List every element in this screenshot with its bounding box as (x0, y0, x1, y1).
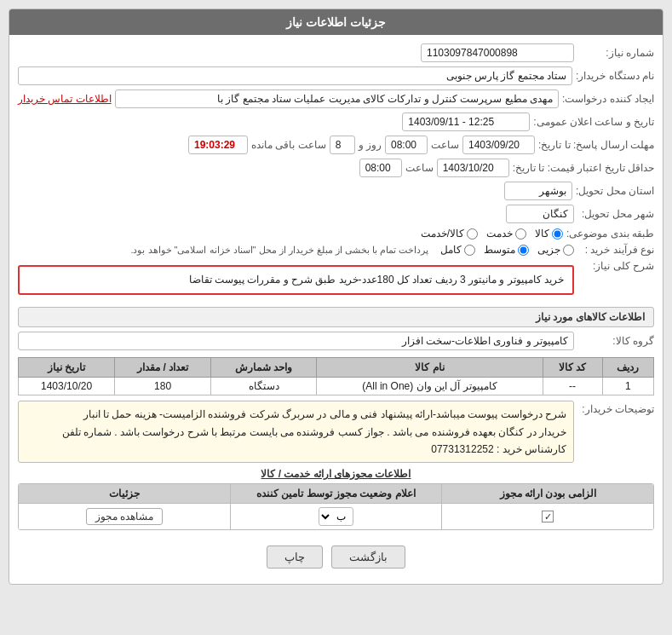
category-goods[interactable]: کالا (535, 228, 563, 240)
buyer-name-row: نام دستگاه خریدار: ستاد مجتمع گاز پارس ج… (18, 66, 654, 85)
process-type-radio-group: جزیی متوسط کامل (440, 244, 574, 256)
mandatory-header: الزامی بودن ارائه مجوز اعلام وضعیت مجوز … (19, 484, 653, 504)
need-desc-box: خرید کامپیوتر و مانیتور 3 ردیف تعداد کل … (18, 265, 574, 295)
mandatory-header-cell-3: جزئیات (19, 484, 230, 503)
page-title: جزئیات اطلاعات نیاز (9, 9, 663, 35)
cell-row: 1 (602, 378, 653, 395)
mandatory-section: الزامی بودن ارائه مجوز اعلام وضعیت مجوز … (18, 483, 654, 530)
process-type-label: نوع فرآیند خرید : (577, 244, 654, 256)
supplier-notes-line2: خریدار در کنگان بعهده فروشنده می باشد . … (26, 424, 566, 441)
time-label: ساعت (431, 139, 459, 151)
price-deadline-date: 1403/10/20 (437, 159, 509, 177)
announce-date-label: تاریخ و ساعت اعلان عمومی: (533, 116, 654, 128)
process-medium-label: متوسط (484, 244, 515, 256)
view-license-button[interactable]: مشاهده مجوز (86, 508, 163, 525)
supplier-notes-row: توضیحات خریدار: شرح درخواست پیوست میباشد… (18, 401, 654, 463)
category-both[interactable]: کالا/خدمت (421, 228, 478, 240)
category-service-label: خدمت (486, 228, 513, 240)
price-deadline-label: حداقل تاریخ اعتبار قیمت: تا تاریخ: (513, 162, 654, 174)
supplier-notes-line1: شرح درخواست پیوست میباشد-ارائه پیشنهاد ف… (26, 406, 566, 423)
mandatory-header-cell-2: اعلام وضعیت مجوز توسط تامین کننده (230, 484, 442, 503)
category-both-label: کالا/خدمت (421, 228, 464, 240)
supplier-label: توضیحات خریدار: (577, 401, 654, 415)
province-label: استان محل تحویل: (576, 185, 654, 197)
need-number-label: شماره نیاز: (577, 47, 654, 59)
goods-group-value: کامپیوتر و فناوری اطلاعات-سخت افزار (18, 332, 574, 350)
send-deadline-time: 08:00 (385, 136, 428, 154)
city-label: شهر محل تحویل: (577, 208, 654, 220)
process-full[interactable]: کامل (440, 244, 475, 256)
price-deadline-row: حداقل تاریخ اعتبار قیمت: تا تاریخ: 1403/… (18, 159, 654, 177)
category-service[interactable]: خدمت (486, 228, 526, 240)
need-desc-value: خرید کامپیوتر و مانیتور 3 ردیف تعداد کل … (189, 274, 564, 286)
col-row: ردیف (602, 358, 653, 378)
creator-row: ایجاد کننده درخواست: مهدی مطیع سرپرست کن… (18, 89, 654, 108)
footer-buttons: بازگشت چاپ (18, 539, 654, 575)
process-partial[interactable]: جزیی (537, 244, 574, 256)
goods-service-label: اطلاعات مجوزهای ارائه خدمت / کالا (18, 468, 654, 480)
col-unit: واحد شمارش (211, 358, 317, 378)
days-label: روز و (359, 139, 382, 151)
process-note: پرداخت تمام با بخشی از مبلغ خریدار از مح… (130, 245, 428, 256)
print-button[interactable]: چاپ (267, 546, 323, 569)
col-date: تاریخ نیاز (19, 358, 115, 378)
need-number-row: شماره نیاز: 1103097847000898 (18, 43, 654, 62)
main-card: جزئیات اطلاعات نیاز شماره نیاز: 11030978… (9, 9, 663, 585)
send-deadline-days: 8 (330, 136, 355, 154)
creator-value: مهدی مطیع سرپرست کنترل و تدارکات کالای م… (115, 89, 559, 108)
need-number-value: 1103097847000898 (421, 43, 574, 62)
announce-date-row: تاریخ و ساعت اعلان عمومی: 1403/09/11 - 1… (18, 113, 654, 131)
col-name: نام کالا (317, 358, 543, 378)
card-body: شماره نیاز: 1103097847000898 نام دستگاه … (9, 35, 663, 584)
goods-table: ردیف کد کالا نام کالا واحد شمارش تعداد /… (18, 357, 654, 395)
buyer-name-value: ستاد مجتمع گاز پارس جنوبی (18, 66, 572, 85)
process-type-row: نوع فرآیند خرید : جزیی متوسط کامل (18, 244, 654, 256)
category-label: طبقه بندی موضوعی: (566, 228, 654, 240)
mandatory-checkbox (542, 511, 554, 522)
col-code: کد کالا (543, 358, 602, 378)
province-row: استان محل تحویل: بوشهر (18, 182, 654, 200)
creator-label: ایجاد کننده درخواست: (562, 93, 654, 105)
send-deadline-date: 1403/09/20 (462, 136, 535, 154)
price-time-label: ساعت (405, 162, 434, 174)
mandatory-detail-cell: مشاهده مجوز (19, 504, 230, 529)
cell-code: -- (543, 378, 602, 395)
cell-qty: 180 (115, 378, 211, 395)
need-desc-label: شرح کلی نیاز: (577, 260, 654, 272)
category-radio-group: کالا خدمت کالا/خدمت (421, 228, 563, 240)
goods-table-section: ردیف کد کالا نام کالا واحد شمارش تعداد /… (18, 357, 654, 395)
mandatory-status-select[interactable]: ب (319, 507, 353, 526)
buyer-name-label: نام دستگاه خریدار: (576, 70, 654, 82)
goods-info-section-title: اطلاعات کالاهای مورد نیاز (18, 307, 654, 327)
back-button[interactable]: بازگشت (331, 546, 405, 569)
page-wrapper: جزئیات اطلاعات نیاز شماره نیاز: 11030978… (0, 0, 672, 635)
mandatory-data-row: ب مشاهده مجوز (19, 504, 653, 529)
city-value: کنگان (506, 205, 574, 223)
table-row: 1 -- کامپیوتر آل این وان (All in One) دس… (19, 378, 654, 395)
col-qty: تعداد / مقدار (115, 358, 211, 378)
process-full-label: کامل (440, 244, 462, 256)
supplier-notes-line3: کارشناس خرید : 07731312252 (26, 441, 566, 458)
goods-group-row: گروه کالا: کامپیوتر و فناوری اطلاعات-سخت… (18, 332, 654, 350)
creator-link[interactable]: اطلاعات تماس خریدار (18, 93, 112, 105)
province-value: بوشهر (504, 182, 572, 200)
send-deadline-remain: 19:03:29 (188, 136, 248, 154)
announce-date-value: 1403/09/11 - 12:25 (402, 113, 530, 131)
price-deadline-time: 08:00 (359, 159, 402, 177)
send-deadline-row: مهلت ارسال پاسخ: تا تاریخ: 1403/09/20 سا… (18, 136, 654, 154)
cell-name: کامپیوتر آل این وان (All in One) (317, 378, 543, 395)
process-medium[interactable]: متوسط (484, 244, 529, 256)
supplier-notes-box: شرح درخواست پیوست میباشد-ارائه پیشنهاد ف… (18, 401, 574, 463)
send-deadline-label: مهلت ارسال پاسخ: تا تاریخ: (538, 139, 654, 151)
mandatory-status-cell: ب (230, 504, 442, 529)
mandatory-checkbox-cell (441, 504, 653, 529)
city-row: شهر محل تحویل: کنگان (18, 205, 654, 223)
remain-label: ساعت باقی مانده (251, 139, 326, 151)
cell-unit: دستگاه (211, 378, 317, 395)
need-desc-row: شرح کلی نیاز: خرید کامپیوتر و مانیتور 3 … (18, 260, 654, 300)
mandatory-header-cell-1: الزامی بودن ارائه مجوز (441, 484, 653, 503)
cell-date: 1403/10/20 (19, 378, 115, 395)
process-partial-label: جزیی (537, 244, 560, 256)
category-goods-label: کالا (535, 228, 549, 240)
goods-group-label: گروه کالا: (577, 335, 654, 347)
